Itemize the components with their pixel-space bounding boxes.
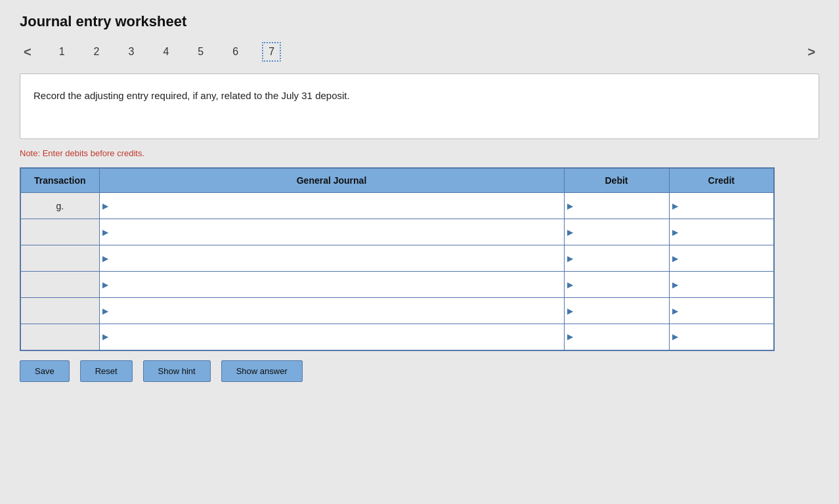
description-box: Record the adjusting entry required, if … [20, 74, 819, 139]
credit-input-1[interactable] [670, 219, 774, 245]
credit-input-3[interactable] [670, 272, 774, 297]
journal-input-0[interactable] [100, 193, 564, 219]
nav-item-2[interactable]: 2 [89, 43, 105, 60]
debit-input-0[interactable] [565, 193, 669, 219]
debit-input-1[interactable] [565, 219, 669, 245]
debit-cell-3[interactable]: ▶ [564, 272, 669, 298]
credit-cell-3[interactable]: ▶ [669, 272, 774, 298]
table-row: ▶▶▶ [20, 272, 774, 298]
save-button[interactable]: Save [20, 360, 70, 382]
debit-input-5[interactable] [565, 324, 669, 350]
next-arrow[interactable]: > [804, 43, 819, 61]
transaction-cell-0: g. [20, 193, 99, 219]
answer-button[interactable]: Show answer [221, 360, 303, 382]
credit-input-4[interactable] [670, 298, 774, 324]
table-row: g.▶▶▶ [20, 193, 774, 219]
journal-cell-5[interactable]: ▶ [99, 324, 564, 350]
table-row: ▶▶▶ [20, 324, 774, 350]
credit-cell-4[interactable]: ▶ [669, 298, 774, 324]
hint-button[interactable]: Show hint [143, 360, 211, 382]
journal-input-3[interactable] [100, 272, 564, 297]
journal-cell-4[interactable]: ▶ [99, 298, 564, 324]
reset-button[interactable]: Reset [80, 360, 133, 382]
nav-item-4[interactable]: 4 [158, 43, 174, 60]
journal-input-1[interactable] [100, 219, 564, 245]
credit-cell-0[interactable]: ▶ [669, 193, 774, 219]
header-general-journal: General Journal [99, 168, 564, 193]
nav-item-6[interactable]: 6 [227, 43, 244, 60]
journal-cell-2[interactable]: ▶ [99, 245, 564, 272]
note-text: Note: Enter debits before credits. [20, 148, 819, 158]
debit-cell-0[interactable]: ▶ [564, 193, 669, 219]
journal-cell-0[interactable]: ▶ [99, 193, 564, 219]
journal-table: Transaction General Journal Debit Credit… [20, 167, 775, 351]
credit-input-2[interactable] [670, 245, 774, 271]
debit-cell-5[interactable]: ▶ [564, 324, 669, 350]
credit-cell-1[interactable]: ▶ [669, 219, 774, 245]
debit-input-3[interactable] [565, 272, 669, 297]
bottom-buttons: Save Reset Show hint Show answer [20, 360, 819, 382]
journal-cell-1[interactable]: ▶ [99, 219, 564, 245]
debit-cell-4[interactable]: ▶ [564, 298, 669, 324]
transaction-cell-3 [20, 272, 99, 298]
credit-cell-2[interactable]: ▶ [669, 245, 774, 272]
header-credit: Credit [669, 168, 774, 193]
table-row: ▶▶▶ [20, 298, 774, 324]
page-title: Journal entry worksheet [20, 13, 819, 30]
prev-arrow[interactable]: < [20, 43, 35, 61]
debit-cell-2[interactable]: ▶ [564, 245, 669, 272]
debit-input-4[interactable] [565, 298, 669, 324]
credit-input-0[interactable] [670, 193, 774, 219]
transaction-cell-4 [20, 298, 99, 324]
journal-input-5[interactable] [100, 324, 564, 350]
journal-input-4[interactable] [100, 298, 564, 324]
table-row: ▶▶▶ [20, 245, 774, 272]
nav-item-1[interactable]: 1 [54, 43, 70, 60]
navigation-row: < 1 2 3 4 5 6 7 > [20, 42, 819, 62]
debit-cell-1[interactable]: ▶ [564, 219, 669, 245]
credit-input-5[interactable] [670, 324, 774, 350]
nav-item-5[interactable]: 5 [192, 43, 209, 60]
nav-item-7[interactable]: 7 [262, 42, 281, 62]
header-transaction: Transaction [20, 168, 99, 193]
journal-input-2[interactable] [100, 245, 564, 271]
debit-input-2[interactable] [565, 245, 669, 271]
transaction-cell-1 [20, 219, 99, 245]
nav-item-3[interactable]: 3 [123, 43, 140, 60]
description-text: Record the adjusting entry required, if … [33, 90, 350, 101]
transaction-cell-5 [20, 324, 99, 350]
table-row: ▶▶▶ [20, 219, 774, 245]
transaction-cell-2 [20, 245, 99, 272]
credit-cell-5[interactable]: ▶ [669, 324, 774, 350]
journal-cell-3[interactable]: ▶ [99, 272, 564, 298]
header-debit: Debit [564, 168, 669, 193]
